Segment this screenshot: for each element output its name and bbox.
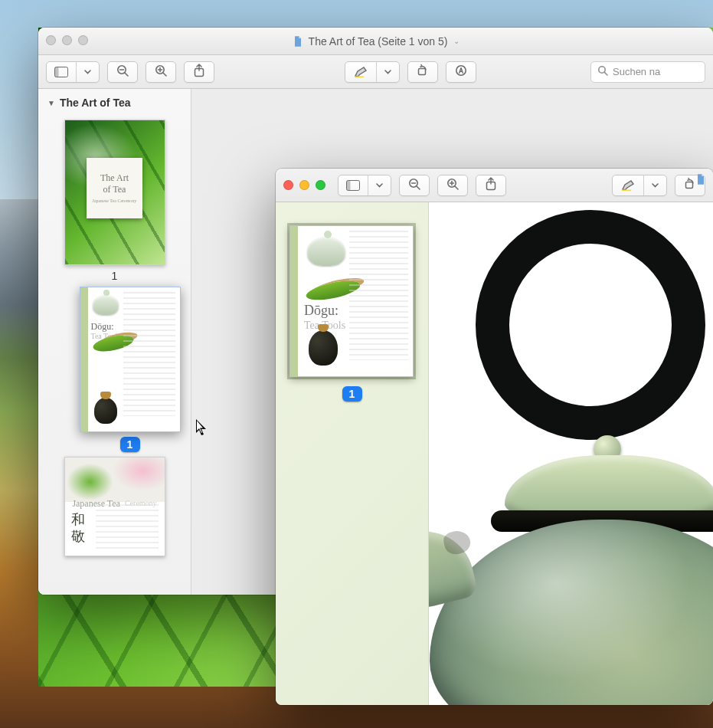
thumbnail-page-1[interactable]: The Art of Tea Japanese Tea Ceremony: [64, 120, 165, 265]
thumbnail-page-2[interactable]: Dōgu: Tea Tools: [80, 287, 181, 432]
chevron-down-icon: [376, 62, 399, 82]
svg-rect-26: [686, 182, 693, 189]
markup-button[interactable]: [446, 61, 476, 83]
thumbnail-page-1[interactable]: Dōgu: Tea Tools: [289, 225, 414, 377]
search-placeholder: Suchen na: [613, 66, 660, 77]
titlebar[interactable]: The Art of Tea (Seite 1 von 5) ⌄: [38, 28, 713, 55]
zoom-in-button[interactable]: [437, 175, 468, 196]
chevron-down-icon: [643, 175, 666, 195]
close-button[interactable]: [283, 180, 293, 190]
svg-rect-1: [55, 67, 59, 77]
window-title: The Art of Tea (Seite 1 von 5) ⌄: [38, 28, 713, 55]
toolbar: Suchen na: [38, 55, 713, 89]
window-controls: [283, 180, 325, 190]
thumbnail-page-3-image: Japanese Tea Ceremony 和 敬: [65, 457, 165, 556]
svg-line-6: [163, 73, 166, 76]
cover-title-line1: The Art: [100, 172, 129, 184]
document-icon: [695, 173, 707, 189]
zoom-in-icon: [154, 64, 168, 80]
thumbnails-sidebar[interactable]: Dōgu: Tea Tools 1: [276, 202, 429, 705]
window-preview-secondary[interactable]: Dōgu: Tea Tools 1: [276, 169, 713, 705]
sidebar-toggle[interactable]: [338, 175, 391, 196]
chevron-down-icon[interactable]: ⌄: [453, 28, 460, 55]
thumbnail-page-2-wrapper: Dōgu: Tea Tools 1: [60, 287, 191, 452]
thumb2-title: Dōgu:: [91, 321, 114, 333]
page-label-1: 1: [44, 270, 185, 282]
page-badge-2: 1: [120, 437, 140, 452]
zoom-out-icon: [116, 64, 129, 80]
svg-point-12: [456, 66, 466, 75]
svg-rect-16: [347, 180, 351, 190]
search-icon: [597, 65, 608, 78]
zoom-in-button[interactable]: [146, 61, 176, 83]
teapot-image: [429, 210, 713, 700]
sidebar-icon: [339, 175, 368, 195]
share-button[interactable]: [476, 175, 506, 196]
rotate-button[interactable]: [407, 61, 438, 83]
mouse-cursor: [195, 418, 210, 438]
svg-line-18: [417, 186, 420, 189]
highlight-split[interactable]: [345, 61, 400, 83]
share-button[interactable]: [184, 61, 214, 83]
rotate-icon: [416, 64, 430, 80]
document-icon: [292, 35, 304, 48]
svg-line-21: [455, 186, 458, 189]
window-body: Dōgu: Tea Tools 1: [276, 202, 713, 705]
svg-rect-10: [355, 76, 364, 77]
share-icon: [193, 64, 205, 80]
sidebar-toggle[interactable]: [46, 61, 100, 83]
sidebar-icon: [47, 62, 76, 82]
thumb-title: Dōgu:: [304, 303, 339, 319]
sidebar-section-header[interactable]: ▼ The Art of Tea: [44, 95, 185, 115]
search-field[interactable]: Suchen na: [590, 61, 705, 83]
svg-line-14: [604, 72, 607, 75]
svg-line-3: [125, 73, 128, 76]
desktop: The Art of Tea (Seite 1 von 5) ⌄: [0, 0, 713, 728]
document-area[interactable]: [429, 202, 713, 705]
thumbnails-sidebar[interactable]: ▼ The Art of Tea The Art of Tea Japanese…: [38, 89, 191, 595]
thumb3-kanji: 和 敬: [71, 511, 90, 548]
zoom-button[interactable]: [316, 180, 325, 190]
page-label-1: 1: [289, 386, 414, 402]
minimize-button[interactable]: [299, 180, 309, 190]
svg-rect-25: [622, 189, 631, 191]
disclosure-triangle-icon[interactable]: ▼: [47, 99, 55, 107]
share-icon: [485, 177, 497, 193]
zoom-out-icon: [407, 177, 421, 193]
zoom-out-button[interactable]: [107, 61, 138, 83]
cover-title-line2: of Tea: [103, 184, 126, 195]
cover-subtitle: Japanese Tea Ceremony: [93, 198, 137, 203]
cover-card: The Art of Tea Japanese Tea Ceremony: [87, 158, 142, 218]
zoom-out-button[interactable]: [399, 175, 430, 196]
thumbnail-page-1-image: The Art of Tea Japanese Tea Ceremony: [65, 120, 165, 264]
chevron-down-icon: [368, 175, 391, 195]
markup-icon: [454, 64, 468, 80]
thumbnail-page-3[interactable]: Japanese Tea Ceremony 和 敬: [64, 457, 165, 556]
thumbnail-page-1-image: Dōgu: Tea Tools: [290, 226, 413, 376]
toolbar: [276, 169, 713, 202]
zoom-in-icon: [446, 177, 460, 193]
window-title-text: The Art of Tea (Seite 1 von 5): [309, 28, 448, 55]
highlight-icon: [345, 62, 376, 82]
page-badge-1: 1: [342, 386, 362, 402]
sidebar-title: The Art of Tea: [60, 97, 131, 109]
svg-rect-11: [419, 69, 426, 75]
highlight-split[interactable]: [612, 175, 667, 196]
thumbnail-page-2-image: Dōgu: Tea Tools: [80, 287, 180, 431]
chevron-down-icon: [76, 62, 99, 82]
page-label-2: 1: [60, 437, 191, 452]
highlight-icon: [613, 175, 643, 195]
